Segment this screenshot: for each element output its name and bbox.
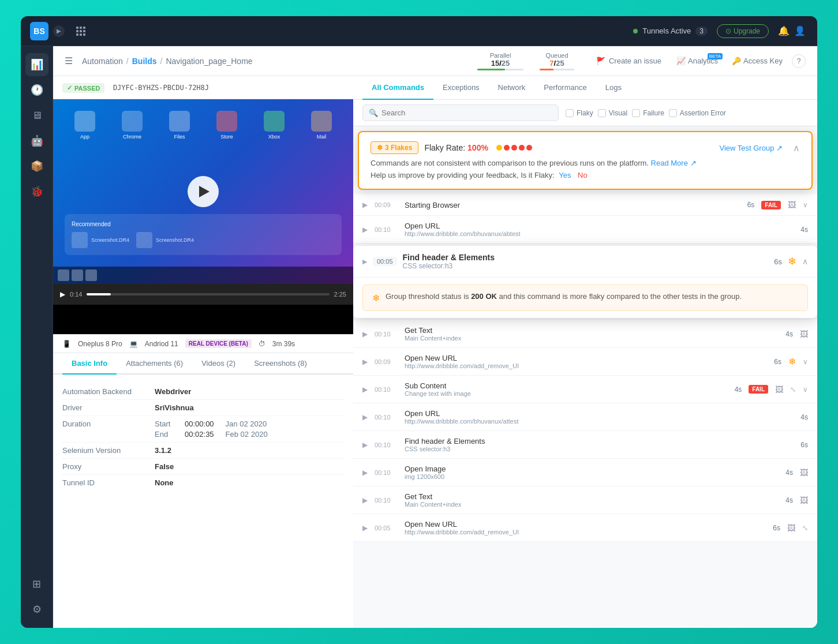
- collapse-flake-button[interactable]: ∧: [793, 143, 800, 153]
- logo-icon[interactable]: BS: [30, 22, 48, 40]
- video-area: App Chrome Files Store Xbox Mail Recomme…: [53, 99, 353, 334]
- flake-description: Commands are not consistent with compari…: [371, 159, 800, 167]
- search-input[interactable]: [381, 108, 552, 117]
- device-os: Andriod 11: [145, 340, 178, 348]
- tab-network[interactable]: Network: [489, 76, 535, 100]
- commands-search-bar: 🔍 Flaky Visual: [353, 100, 817, 126]
- create-issue-icon: 🚩: [596, 57, 605, 65]
- filter-assertion[interactable]: Assertion Error: [669, 109, 726, 117]
- cmd-detail-flaky-icon: ❄: [788, 255, 796, 268]
- access-key-button[interactable]: 🔑 Access Key: [727, 53, 787, 69]
- play-button[interactable]: [188, 176, 219, 207]
- right-panel: All Commands Exceptions Network Performa…: [353, 76, 817, 628]
- table-row: ▶ 00:09 Starting Browser 6s FAIL 🖼 ∨: [353, 194, 817, 216]
- device-os-icon: 💻: [129, 340, 138, 348]
- test-id: DJYFC-BYHZS-PBCDU-72H8J: [113, 84, 209, 92]
- parallel-section: Parallel 15/25: [477, 52, 523, 70]
- expand-icon[interactable]: ▶: [362, 201, 368, 209]
- expand-arrows-icon[interactable]: ⤡: [790, 385, 796, 394]
- failure-checkbox[interactable]: [632, 109, 640, 117]
- table-row: ▶ 00:10 Sub Content Change text with ima…: [353, 376, 817, 403]
- sidebar-icon-gear[interactable]: ⚙: [25, 598, 48, 621]
- view-test-group-link[interactable]: View Test Group ↗: [719, 144, 783, 152]
- upgrade-button[interactable]: ⊙ Upgrade: [717, 24, 769, 38]
- second-toolbar: ☰ Automation / Builds / Navigation_page_…: [53, 46, 817, 76]
- fail-badge: FAIL: [761, 201, 781, 209]
- sidebar-icon-bug[interactable]: 🐞: [25, 180, 48, 203]
- beta-badge: BETA: [708, 53, 723, 59]
- cmd-detail-collapse-button[interactable]: ∧: [802, 257, 808, 266]
- fullscreen-icon[interactable]: ⤡: [802, 524, 808, 532]
- real-device-badge: REAL DEVICE (BETA): [185, 339, 252, 348]
- cmd-detail-play-icon[interactable]: ▶: [362, 258, 367, 265]
- feedback-yes-button[interactable]: Yes: [559, 171, 571, 179]
- screenshot-icon[interactable]: 🖼: [788, 200, 796, 209]
- sidebar-icon-monitor[interactable]: 🖥: [25, 104, 48, 127]
- top-bar: BS ▶ Tunnels Active 3 ⊙ Upgrade 🔔 👤: [21, 16, 817, 46]
- video-screenshot: App Chrome Files Store Xbox Mail Recomme…: [53, 99, 353, 284]
- hamburger-icon[interactable]: ☰: [65, 55, 73, 66]
- expand-icon[interactable]: ▶: [53, 25, 65, 37]
- bell-icon[interactable]: 🔔: [776, 23, 792, 39]
- feedback-no-button[interactable]: No: [578, 171, 588, 179]
- filter-failure[interactable]: Failure: [632, 109, 664, 117]
- left-panel: ✓ PASSED DJYFC-BYHZS-PBCDU-72H8J App Chr…: [53, 76, 353, 628]
- info-content: Automation Backend Webdriver Driver SriV…: [53, 375, 353, 628]
- info-row-driver: Driver SriVishnua: [62, 400, 344, 416]
- table-row: ▶ 00:09 Open New URL http://www.dribbble…: [353, 348, 817, 376]
- grid-dots-icon[interactable]: [76, 27, 85, 36]
- filter-visual[interactable]: Visual: [598, 109, 627, 117]
- duration-icon: ⏱: [259, 340, 265, 348]
- tab-performance[interactable]: Performance: [534, 76, 596, 100]
- table-row: ▶ 00:10 Get Text Main Content+index 4s 🖼: [353, 486, 817, 514]
- tab-exceptions[interactable]: Exceptions: [433, 76, 489, 100]
- test-header: ✓ PASSED DJYFC-BYHZS-PBCDU-72H8J: [53, 76, 353, 99]
- test-duration: 3m 39s: [272, 340, 295, 348]
- tab-all-commands[interactable]: All Commands: [362, 76, 433, 100]
- create-issue-button[interactable]: 🚩 Create an issue: [590, 53, 667, 69]
- snowflake-icon: ❄: [377, 144, 383, 152]
- search-icon: 🔍: [369, 108, 378, 117]
- sidebar-icon-box[interactable]: 📦: [25, 155, 48, 178]
- cmd-detail-popup: ▶ 00:05 Find header & Elements CSS selec…: [353, 246, 817, 318]
- flakes-badge: ❄ 3 Flakes: [371, 141, 418, 154]
- main-area: 📊 🕐 🖥 🤖 📦 🐞 ⊞ ⚙ ☰ Automation / Builds / …: [21, 46, 817, 628]
- read-more-link[interactable]: Read More ↗: [651, 159, 697, 167]
- sidebar-icon-chart[interactable]: 📊: [25, 53, 48, 76]
- table-row: ▶ 00:10 Open URL http://www.dribbble.com…: [353, 216, 817, 244]
- page-body: ✓ PASSED DJYFC-BYHZS-PBCDU-72H8J App Chr…: [53, 76, 817, 628]
- tab-attachments[interactable]: Attachements (6): [117, 353, 192, 375]
- tab-logs[interactable]: Logs: [596, 76, 631, 100]
- user-icon[interactable]: 👤: [792, 23, 808, 39]
- cmd-detail-body-flaky-icon: ❄: [372, 293, 380, 304]
- device-name: Oneplus 8 Pro: [78, 340, 122, 348]
- tab-basic-info[interactable]: Basic Info: [62, 353, 117, 375]
- info-row-duration: Duration Start 00:00:00 Jan 02 2020 End …: [62, 416, 344, 443]
- tunnels-count: 3: [695, 27, 708, 36]
- flaky-checkbox[interactable]: [566, 109, 574, 117]
- cmd-detail-header: ▶ 00:05 Find header & Elements CSS selec…: [353, 246, 817, 278]
- parallel-bar: [477, 69, 523, 70]
- sidebar-icon-clock[interactable]: 🕐: [25, 78, 48, 102]
- flake-dot-2: [504, 145, 510, 151]
- help-button[interactable]: ?: [792, 54, 806, 68]
- queued-section: Queued 7/25: [540, 52, 574, 70]
- flake-dot-3: [511, 145, 517, 151]
- tab-screenshots[interactable]: Screenshots (8): [245, 353, 316, 375]
- tab-videos[interactable]: Videos (2): [192, 353, 245, 375]
- sidebar-icon-layers[interactable]: ⊞: [25, 572, 48, 596]
- flake-dot-1: [496, 145, 502, 151]
- sidebar-icon-robot[interactable]: 🤖: [25, 129, 48, 152]
- visual-checkbox[interactable]: [598, 109, 606, 117]
- analytics-button[interactable]: 📈 Analytics BETA: [672, 53, 723, 69]
- filter-chips: Flaky Visual Failure: [566, 109, 726, 117]
- expand-icon[interactable]: ▶: [362, 226, 368, 234]
- logo-area: BS ▶: [30, 22, 65, 40]
- info-row-tunnel: Tunnel ID None: [62, 475, 344, 491]
- expand-row-icon[interactable]: ∨: [803, 201, 808, 209]
- info-row-selenium: Selenium Version 3.1.2: [62, 443, 344, 459]
- assertion-checkbox[interactable]: [669, 109, 677, 117]
- filter-flaky[interactable]: Flaky: [566, 109, 593, 117]
- video-progress-bar[interactable]: [87, 293, 329, 295]
- video-play-button[interactable]: ▶: [60, 290, 65, 298]
